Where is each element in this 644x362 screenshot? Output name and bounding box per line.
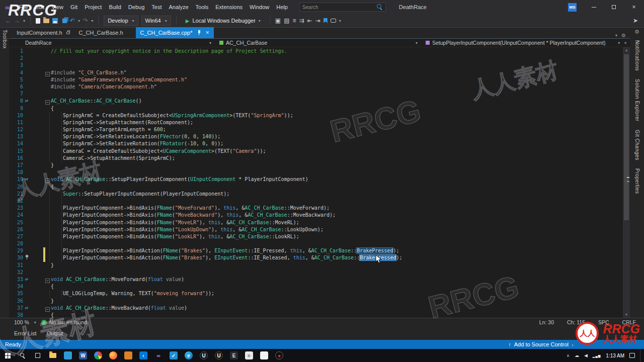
toolbar-overflow-icon[interactable]: ▾ <box>339 19 341 23</box>
volume-icon[interactable]: ◀ <box>584 353 588 358</box>
code-line-33[interactable]: 33⇄−void AC_CH_CarBase::MoveForward(floa… <box>9 276 623 283</box>
taskbar-unreal-editor[interactable]: U <box>211 349 226 362</box>
pin-icon[interactable] <box>197 30 201 35</box>
new-file-icon[interactable] <box>36 18 40 24</box>
menu-analyze[interactable]: Analyze <box>165 0 192 14</box>
find-symbol-icon[interactable]: ⇉ <box>299 18 304 24</box>
code-line-7[interactable]: 7 <box>9 90 623 98</box>
zoom-level[interactable]: 100 % <box>14 319 29 325</box>
code-line-37[interactable]: 37⇄−void AC_CH_CarBase::MoveBackward(flo… <box>9 305 623 312</box>
taskbar-edge[interactable]: e <box>181 349 196 362</box>
taskbar-firefox[interactable] <box>106 349 121 362</box>
code-line-14[interactable]: 14 SpringArmC->SetRelativeRotation(FRota… <box>9 140 623 147</box>
taskbar-visual-studio[interactable]: ∞ <box>151 349 166 362</box>
undo-dropdown-icon[interactable]: ▾ <box>78 19 80 23</box>
code-line-8[interactable]: 8⇄−AC_CH_CarBase::AC_CH_CarBase() <box>9 98 623 105</box>
breadcrumb-member[interactable]: SetupPlayerInputComponent(UInputComponen… <box>422 39 624 47</box>
indent-increase-icon[interactable]: ⇥ <box>315 18 320 24</box>
redo-dropdown-icon[interactable]: ▾ <box>91 19 93 23</box>
vertical-scrollbar[interactable]: ▲ ▼ <box>623 47 630 318</box>
bookmark-icon[interactable] <box>324 18 328 23</box>
menu-tools[interactable]: Tools <box>192 0 212 14</box>
menu-test[interactable]: Test <box>148 0 165 14</box>
menu-git[interactable]: Git <box>67 0 81 14</box>
zoom-dropdown-icon[interactable]: ▾ <box>34 320 36 325</box>
code-line-11[interactable]: 11 SpringArmC->SetupAttachment(RootCompo… <box>9 119 623 126</box>
source-control-button[interactable]: ↑ Add to Source Control ▴ <box>508 341 574 347</box>
code-line-12[interactable]: 12 SpringArmC->TargetArmLength = 600; <box>9 126 623 133</box>
taskbar-unreal-engine[interactable]: U <box>196 349 211 362</box>
taskbar-start-button[interactable] <box>0 349 15 362</box>
code-line-1[interactable]: 1// Fill out your copyright notice in th… <box>9 48 623 55</box>
search-icon[interactable] <box>377 4 383 10</box>
code-line-32[interactable]: 32 <box>9 269 623 276</box>
taskbar-vscode[interactable]: ‹ <box>136 349 151 362</box>
menu-debug[interactable]: Debug <box>125 0 148 14</box>
comment-icon[interactable] <box>331 19 336 23</box>
code-line-18[interactable]: 18 <box>9 169 623 176</box>
redo-icon[interactable]: ↷ <box>83 18 88 24</box>
navigate-dropdown-icon[interactable]: ▾ <box>23 19 25 23</box>
code-line-31[interactable]: 31} <box>9 262 623 269</box>
side-tab-notifications[interactable]: Notifications <box>634 40 640 71</box>
menu-help[interactable]: Help <box>273 0 291 14</box>
panel-tab-error-list[interactable]: Error List <box>14 330 37 336</box>
attach-process-icon[interactable]: ▣ <box>275 18 281 24</box>
code-line-28[interactable]: 28 <box>9 240 623 247</box>
code-line-9[interactable]: 9{ <box>9 105 623 112</box>
taskbar-app-orange[interactable] <box>121 349 136 362</box>
active-files-dropdown-icon[interactable]: ▾ <box>615 33 617 38</box>
menu-edit[interactable]: Edit <box>31 0 48 14</box>
code-editor[interactable]: 1// Fill out your copyright notice in th… <box>9 47 630 318</box>
scrollbar-thumb[interactable] <box>624 54 629 220</box>
tray-expand-icon[interactable]: ∧ <box>567 353 570 358</box>
code-line-3[interactable]: 3 <box>9 62 623 69</box>
menu-extensions[interactable]: Extensions <box>212 0 246 14</box>
breadcrumb-class[interactable]: AC_CH_CarBase ▾ <box>215 39 422 47</box>
side-tab-solution-explorer[interactable]: Solution Explorer <box>634 79 640 122</box>
taskbar-app-check[interactable]: ✓ <box>166 349 181 362</box>
code-line-15[interactable]: 15 CameraC = CreateDefaultSubobject<UCam… <box>9 148 623 155</box>
code-line-5[interactable]: 5#include "GameFramework/SpringArmCompon… <box>9 76 623 83</box>
column-indicator[interactable]: Ch: 115 <box>567 319 585 325</box>
code-line-34[interactable]: 34{ <box>9 283 623 290</box>
restore-button[interactable] <box>604 0 624 14</box>
code-line-19[interactable]: 19⇄−void AC_CH_CarBase::SetupPlayerInput… <box>9 176 623 183</box>
navigate-forward-icon[interactable]: → <box>14 18 20 24</box>
taskbar-epic-games[interactable]: E <box>226 349 242 362</box>
code-line-29[interactable]: 29 PlayerInputComponent->BindAction(FNam… <box>9 247 623 254</box>
menu-project[interactable]: Project <box>81 0 105 14</box>
indent-decrease-icon[interactable]: ⇤ <box>307 18 312 24</box>
taskbar-chrome[interactable] <box>91 349 106 362</box>
open-file-icon[interactable] <box>43 19 49 23</box>
start-debugging-button[interactable]: ▶ Local Windows Debugger ▾ <box>182 16 265 26</box>
navigate-back-icon[interactable]: ← <box>5 18 11 24</box>
tab-c-ch-carbase-cpp[interactable]: C_CH_CarBase.cpp*✕ <box>136 27 214 38</box>
configuration-dropdown[interactable]: Develop ▾ <box>104 16 138 26</box>
search-box[interactable]: Search <box>299 3 386 12</box>
tab-c-ch-carbase-h[interactable]: C_CH_CarBase.h <box>74 27 128 38</box>
scroll-up-icon[interactable]: ▲ <box>623 47 630 53</box>
taskbar-task-view-button[interactable] <box>30 349 45 362</box>
send-feedback-icon[interactable]: ➤ <box>633 18 638 24</box>
document-health[interactable]: ✓ No issues found <box>41 319 87 325</box>
platform-dropdown[interactable]: Win64 ▾ <box>141 16 171 26</box>
code-line-17[interactable]: 17} <box>9 162 623 169</box>
code-line-22[interactable]: 22 <box>9 198 623 205</box>
taskbar-notepad[interactable]: ≡ <box>242 349 257 362</box>
taskbar-search-button[interactable] <box>15 349 30 362</box>
onedrive-cloud-icon[interactable]: ☁ <box>575 353 579 358</box>
taskbar-app-blue-doc[interactable] <box>60 349 75 362</box>
hot-reload-icon[interactable]: ▤ <box>284 18 289 24</box>
taskbar-obs[interactable]: ● <box>272 349 287 362</box>
line-indicator[interactable]: Ln: 30 <box>539 319 554 325</box>
action-center-icon[interactable] <box>629 353 635 358</box>
save-all-icon[interactable] <box>61 19 67 23</box>
code-line-6[interactable]: 6#include "Camera/CameraComponent.h" <box>9 83 623 90</box>
navigate-list-icon[interactable]: ≡ <box>293 18 296 24</box>
menu-view[interactable]: View <box>48 0 67 14</box>
code-line-2[interactable]: 2 <box>9 55 623 62</box>
code-line-20[interactable]: 20{ <box>9 184 623 191</box>
code-line-36[interactable]: 36} <box>9 298 623 305</box>
code-line-21[interactable]: 21 Super::SetupPlayerInputComponent(Play… <box>9 191 623 198</box>
